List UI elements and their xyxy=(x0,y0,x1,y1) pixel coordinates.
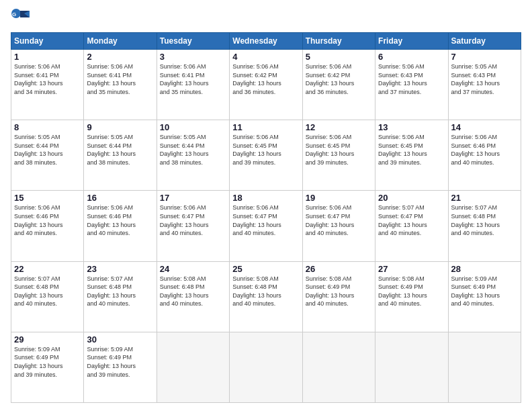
cell-info: Sunrise: 5:09 AMSunset: 6:49 PMDaylight:… xyxy=(87,345,153,379)
calendar-week-row: 1Sunrise: 5:06 AMSunset: 6:41 PMDaylight… xyxy=(11,50,521,120)
cell-info: Sunrise: 5:06 AMSunset: 6:47 PMDaylight:… xyxy=(306,203,372,237)
calendar-cell xyxy=(448,332,521,402)
day-number: 14 xyxy=(451,122,518,132)
cell-info: Sunrise: 5:06 AMSunset: 6:41 PMDaylight:… xyxy=(87,62,153,96)
cell-info: Sunrise: 5:07 AMSunset: 6:48 PMDaylight:… xyxy=(87,275,153,308)
day-number: 6 xyxy=(378,52,445,62)
weekday-header: Wednesday xyxy=(230,33,302,50)
day-number: 29 xyxy=(14,334,81,345)
calendar-cell xyxy=(302,332,375,402)
cell-info: Sunrise: 5:07 AMSunset: 6:47 PMDaylight:… xyxy=(378,203,445,237)
day-number: 3 xyxy=(160,52,226,62)
calendar-cell: 10Sunrise: 5:05 AMSunset: 6:44 PMDayligh… xyxy=(157,120,229,191)
day-number: 25 xyxy=(232,264,299,274)
day-number: 16 xyxy=(87,193,153,203)
day-number: 12 xyxy=(306,122,372,132)
day-number: 11 xyxy=(232,122,299,132)
cell-info: Sunrise: 5:05 AMSunset: 6:44 PMDaylight:… xyxy=(160,133,226,167)
calendar-cell: 1Sunrise: 5:06 AMSunset: 6:41 PMDaylight… xyxy=(11,50,84,120)
weekday-header: Tuesday xyxy=(157,33,229,50)
weekday-header: Monday xyxy=(84,33,157,50)
header: G xyxy=(11,8,521,27)
calendar-week-row: 29Sunrise: 5:09 AMSunset: 6:49 PMDayligh… xyxy=(11,332,521,402)
day-number: 20 xyxy=(378,193,445,203)
calendar-cell: 6Sunrise: 5:06 AMSunset: 6:43 PMDaylight… xyxy=(375,50,448,120)
weekday-header: Friday xyxy=(375,33,448,50)
cell-info: Sunrise: 5:06 AMSunset: 6:46 PMDaylight:… xyxy=(87,203,153,237)
day-number: 23 xyxy=(87,264,153,274)
day-number: 26 xyxy=(306,264,372,274)
svg-text:G: G xyxy=(12,11,16,17)
day-number: 22 xyxy=(14,264,81,274)
cell-info: Sunrise: 5:06 AMSunset: 6:47 PMDaylight:… xyxy=(232,203,299,237)
cell-info: Sunrise: 5:06 AMSunset: 6:42 PMDaylight:… xyxy=(232,62,299,96)
logo: G xyxy=(11,8,32,27)
calendar-cell: 16Sunrise: 5:06 AMSunset: 6:46 PMDayligh… xyxy=(84,191,157,261)
day-number: 2 xyxy=(87,52,153,62)
calendar-week-row: 8Sunrise: 5:05 AMSunset: 6:44 PMDaylight… xyxy=(11,120,521,191)
day-number: 4 xyxy=(232,52,299,62)
cell-info: Sunrise: 5:07 AMSunset: 6:48 PMDaylight:… xyxy=(14,275,81,308)
calendar-cell: 21Sunrise: 5:07 AMSunset: 6:48 PMDayligh… xyxy=(448,191,521,261)
day-number: 17 xyxy=(160,193,226,203)
calendar-cell: 15Sunrise: 5:06 AMSunset: 6:46 PMDayligh… xyxy=(11,191,84,261)
calendar-cell: 4Sunrise: 5:06 AMSunset: 6:42 PMDaylight… xyxy=(230,50,302,120)
day-number: 28 xyxy=(451,264,518,274)
day-number: 30 xyxy=(87,334,153,345)
cell-info: Sunrise: 5:06 AMSunset: 6:45 PMDaylight:… xyxy=(306,133,372,167)
day-number: 9 xyxy=(87,122,153,132)
cell-info: Sunrise: 5:06 AMSunset: 6:45 PMDaylight:… xyxy=(232,133,299,167)
day-number: 7 xyxy=(451,52,518,62)
cell-info: Sunrise: 5:07 AMSunset: 6:48 PMDaylight:… xyxy=(451,203,518,237)
calendar-cell: 20Sunrise: 5:07 AMSunset: 6:47 PMDayligh… xyxy=(375,191,448,261)
cell-info: Sunrise: 5:05 AMSunset: 6:44 PMDaylight:… xyxy=(87,133,153,167)
cell-info: Sunrise: 5:09 AMSunset: 6:49 PMDaylight:… xyxy=(14,345,81,379)
day-number: 15 xyxy=(14,193,81,203)
day-number: 19 xyxy=(306,193,372,203)
cell-info: Sunrise: 5:06 AMSunset: 6:46 PMDaylight:… xyxy=(451,133,518,167)
calendar-cell: 2Sunrise: 5:06 AMSunset: 6:41 PMDaylight… xyxy=(84,50,157,120)
day-number: 21 xyxy=(451,193,518,203)
calendar-cell: 5Sunrise: 5:06 AMSunset: 6:42 PMDaylight… xyxy=(302,50,375,120)
calendar-cell: 23Sunrise: 5:07 AMSunset: 6:48 PMDayligh… xyxy=(84,261,157,332)
calendar-header-row: SundayMondayTuesdayWednesdayThursdayFrid… xyxy=(11,33,521,50)
cell-info: Sunrise: 5:08 AMSunset: 6:48 PMDaylight:… xyxy=(160,275,226,308)
day-number: 8 xyxy=(14,122,81,132)
calendar-cell: 17Sunrise: 5:06 AMSunset: 6:47 PMDayligh… xyxy=(157,191,229,261)
calendar-table: SundayMondayTuesdayWednesdayThursdayFrid… xyxy=(11,32,521,403)
page: G SundayMondayTuesdayWednesdayThursdayFr… xyxy=(0,0,532,411)
cell-info: Sunrise: 5:06 AMSunset: 6:46 PMDaylight:… xyxy=(14,203,81,237)
day-number: 18 xyxy=(232,193,299,203)
calendar-cell: 26Sunrise: 5:08 AMSunset: 6:49 PMDayligh… xyxy=(302,261,375,332)
calendar-cell: 19Sunrise: 5:06 AMSunset: 6:47 PMDayligh… xyxy=(302,191,375,261)
day-number: 5 xyxy=(306,52,372,62)
cell-info: Sunrise: 5:08 AMSunset: 6:49 PMDaylight:… xyxy=(306,275,372,308)
calendar-cell: 11Sunrise: 5:06 AMSunset: 6:45 PMDayligh… xyxy=(230,120,302,191)
weekday-header: Saturday xyxy=(448,33,521,50)
weekday-header: Thursday xyxy=(302,33,375,50)
cell-info: Sunrise: 5:06 AMSunset: 6:47 PMDaylight:… xyxy=(160,203,226,237)
day-number: 24 xyxy=(160,264,226,274)
cell-info: Sunrise: 5:08 AMSunset: 6:49 PMDaylight:… xyxy=(378,275,445,308)
calendar-cell: 29Sunrise: 5:09 AMSunset: 6:49 PMDayligh… xyxy=(11,332,84,402)
calendar-cell: 8Sunrise: 5:05 AMSunset: 6:44 PMDaylight… xyxy=(11,120,84,191)
day-number: 10 xyxy=(160,122,226,132)
calendar-cell xyxy=(230,332,302,402)
cell-info: Sunrise: 5:06 AMSunset: 6:41 PMDaylight:… xyxy=(160,62,226,96)
calendar-week-row: 22Sunrise: 5:07 AMSunset: 6:48 PMDayligh… xyxy=(11,261,521,332)
cell-info: Sunrise: 5:09 AMSunset: 6:49 PMDaylight:… xyxy=(451,275,518,308)
calendar-cell: 7Sunrise: 5:05 AMSunset: 6:43 PMDaylight… xyxy=(448,50,521,120)
calendar-cell: 9Sunrise: 5:05 AMSunset: 6:44 PMDaylight… xyxy=(84,120,157,191)
calendar-cell: 13Sunrise: 5:06 AMSunset: 6:45 PMDayligh… xyxy=(375,120,448,191)
calendar-cell xyxy=(157,332,229,402)
calendar-cell: 28Sunrise: 5:09 AMSunset: 6:49 PMDayligh… xyxy=(448,261,521,332)
calendar-cell: 14Sunrise: 5:06 AMSunset: 6:46 PMDayligh… xyxy=(448,120,521,191)
cell-info: Sunrise: 5:06 AMSunset: 6:42 PMDaylight:… xyxy=(306,62,372,96)
cell-info: Sunrise: 5:05 AMSunset: 6:44 PMDaylight:… xyxy=(14,133,81,167)
calendar-week-row: 15Sunrise: 5:06 AMSunset: 6:46 PMDayligh… xyxy=(11,191,521,261)
calendar-cell: 25Sunrise: 5:08 AMSunset: 6:48 PMDayligh… xyxy=(230,261,302,332)
calendar-cell: 27Sunrise: 5:08 AMSunset: 6:49 PMDayligh… xyxy=(375,261,448,332)
logo-icon: G xyxy=(11,8,30,27)
calendar-cell: 30Sunrise: 5:09 AMSunset: 6:49 PMDayligh… xyxy=(84,332,157,402)
cell-info: Sunrise: 5:06 AMSunset: 6:43 PMDaylight:… xyxy=(378,62,445,96)
